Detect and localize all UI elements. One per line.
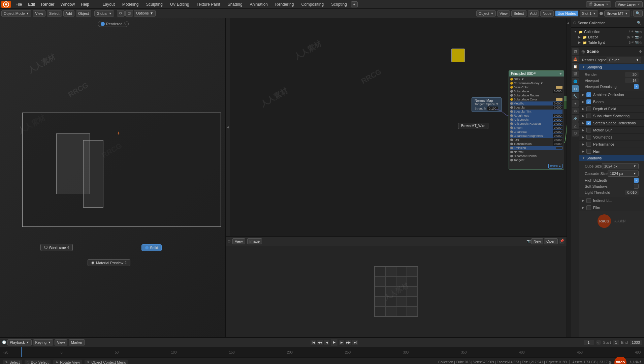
end-frame-display[interactable]: 1000 bbox=[630, 340, 642, 345]
wireframe-btn[interactable]: ⬡ Wireframe 4 bbox=[40, 244, 73, 251]
ambient-occlusion-section[interactable]: ▶ ✓ Ambient Occlusion bbox=[579, 91, 644, 98]
sss-toggle[interactable] bbox=[586, 114, 591, 118]
menu-help[interactable]: Help bbox=[78, 1, 92, 7]
props-physics-icon[interactable]: ⚙ bbox=[572, 108, 579, 114]
iv-new-btn[interactable]: New bbox=[531, 238, 543, 244]
rotate-view-status[interactable]: 🖱 Rotate View bbox=[53, 360, 82, 364]
props-particles-icon[interactable]: ✦ bbox=[572, 100, 579, 107]
add-btn[interactable]: Add bbox=[63, 10, 75, 17]
bloom-toggle[interactable]: ✓ bbox=[586, 99, 591, 104]
right-collapse-btn[interactable]: ◀ bbox=[567, 18, 571, 337]
dof-toggle[interactable] bbox=[586, 107, 591, 111]
props-object-icon[interactable]: ◻ bbox=[572, 85, 579, 92]
tab-uv-editing[interactable]: UV Editing bbox=[167, 1, 193, 7]
use-nodes-btn[interactable]: Use Nodes bbox=[555, 10, 578, 17]
bloom-section[interactable]: ▶ ✓ Bloom bbox=[579, 98, 644, 105]
next-keyframe-btn[interactable]: ▶ bbox=[339, 340, 344, 345]
props-data-icon[interactable]: △ bbox=[572, 122, 579, 129]
indirect-lighting-section[interactable]: ▶ Indirect Li... bbox=[579, 197, 644, 204]
scene-dropdown[interactable]: 🎬 Scene ▼ bbox=[586, 1, 611, 7]
snap-btn[interactable]: ⊡ bbox=[125, 10, 133, 17]
motion-blur-section[interactable]: ▶ Motion Blur bbox=[579, 126, 644, 133]
ao-toggle[interactable]: ✓ bbox=[586, 92, 591, 97]
object-context-status[interactable]: 🖱 Object Context Menu bbox=[85, 360, 128, 364]
il-toggle[interactable] bbox=[586, 198, 591, 203]
viewport-samples-value[interactable]: 16 bbox=[625, 78, 639, 83]
options-dropdown[interactable]: Options ▼ bbox=[134, 10, 156, 17]
volumetrics-section[interactable]: ▶ Volumetrics bbox=[579, 133, 644, 141]
frame-lock-btn[interactable]: ○ bbox=[596, 340, 601, 345]
tab-texture-paint[interactable]: Texture Paint bbox=[193, 1, 224, 7]
sampling-section-header[interactable]: ▼ Sampling bbox=[579, 64, 644, 70]
film-toggle[interactable] bbox=[586, 205, 591, 210]
props-scene-icon[interactable]: 🎬 bbox=[572, 70, 579, 77]
tab-sculpting[interactable]: Sculpting bbox=[143, 1, 166, 7]
timeline-cursor[interactable] bbox=[21, 347, 22, 357]
high-bitdepth-toggle[interactable]: ✓ bbox=[634, 178, 639, 183]
props-world-icon[interactable]: 🌐 bbox=[572, 78, 579, 85]
tree-item-table-light[interactable]: ▶ 📁 Table light 6 👁 📷 ◎ bbox=[571, 40, 644, 45]
transform-icon-btn[interactable]: ⟳ bbox=[117, 10, 125, 17]
props-output-icon[interactable]: 📤 bbox=[572, 56, 579, 62]
tab-rendering[interactable]: Rendering bbox=[272, 1, 297, 7]
ssr-section[interactable]: ▶ ✓ Screen Space Reflections bbox=[579, 119, 644, 126]
select-status[interactable]: 🖱 Select bbox=[3, 360, 22, 364]
render-engine-dropdown[interactable]: Eevee ▼ bbox=[607, 57, 641, 63]
hair-section[interactable]: ▶ Hair bbox=[579, 148, 644, 155]
node-add-btn[interactable]: Add bbox=[528, 10, 539, 17]
jump-end-btn[interactable]: ▶| bbox=[352, 340, 358, 345]
tab-scripting[interactable]: Scripting bbox=[328, 1, 350, 7]
soft-shadows-toggle[interactable] bbox=[634, 184, 639, 189]
props-view-layer-icon[interactable]: 📋 bbox=[572, 63, 579, 70]
subsurface-scattering-section[interactable]: ▶ Subsurface Scattering bbox=[579, 112, 644, 119]
rendered-badge[interactable]: Rendered 8 bbox=[98, 21, 129, 27]
material-dropdown[interactable]: Brown MT ▼ bbox=[604, 10, 630, 17]
current-frame-display[interactable]: 1 bbox=[584, 340, 594, 345]
select-btn[interactable]: Select bbox=[47, 10, 62, 17]
prev-keyframe-btn[interactable]: ◀ bbox=[324, 340, 329, 345]
props-modifier-icon[interactable]: 🔧 bbox=[572, 93, 579, 99]
image-preview-area[interactable]: 人人素材 bbox=[226, 246, 567, 337]
iv-view-btn[interactable]: View bbox=[232, 238, 245, 244]
props-render-icon[interactable]: 🖼 bbox=[572, 48, 579, 55]
start-frame-display[interactable]: 1 bbox=[613, 340, 619, 345]
iv-image-btn[interactable]: Image bbox=[247, 238, 262, 244]
next-frame-btn[interactable]: ▶▶ bbox=[346, 340, 351, 345]
view-layer-dropdown[interactable]: View Layer ▼ bbox=[615, 1, 643, 7]
prev-frame-btn[interactable]: ◀◀ bbox=[317, 340, 323, 345]
depth-of-field-section[interactable]: ▶ Depth of Field bbox=[579, 105, 644, 112]
props-settings-btn[interactable]: ⚙ bbox=[639, 50, 642, 53]
node-mode-dropdown[interactable]: Object ▼ bbox=[476, 10, 496, 17]
keying-dropdown[interactable]: Keying ▼ bbox=[33, 339, 54, 345]
view-btn[interactable]: View bbox=[33, 10, 45, 17]
menu-render[interactable]: Render bbox=[38, 1, 57, 7]
props-filter-btn[interactable]: 🔍 bbox=[633, 10, 643, 17]
menu-window[interactable]: Window bbox=[58, 1, 77, 7]
add-workspace-btn[interactable]: + bbox=[351, 1, 358, 7]
principled-bsdf-node[interactable]: Principled BSDF ⊕ GGX ▼ Christensen-Burl… bbox=[509, 70, 564, 170]
timeline-ruler[interactable]: -20 0 50 100 150 200 250 300 350 400 450… bbox=[0, 347, 644, 357]
node-view-btn[interactable]: View bbox=[497, 10, 510, 17]
light-threshold-value[interactable]: 0.010 bbox=[625, 190, 639, 195]
tab-modeling[interactable]: Modeling bbox=[119, 1, 142, 7]
solid-btn[interactable]: Solid bbox=[141, 244, 162, 251]
normal-map-node[interactable]: Normal Map Tangent Space ▼ Strength 0.10… bbox=[472, 97, 502, 112]
mode-dropdown[interactable]: Object Mode ▼ bbox=[1, 10, 31, 17]
tab-animation[interactable]: Animation bbox=[247, 1, 271, 7]
film-section[interactable]: ▶ Film bbox=[579, 204, 644, 211]
tab-layout[interactable]: Layout bbox=[99, 1, 118, 7]
tab-compositing[interactable]: Compositing bbox=[298, 1, 327, 7]
color-ramp-node[interactable] bbox=[451, 49, 465, 62]
iv-open-btn[interactable]: Open bbox=[544, 238, 558, 244]
slot-dropdown[interactable]: Slot 1 ▼ bbox=[580, 10, 598, 17]
cube-size-dropdown[interactable]: 1024 px ▼ bbox=[602, 163, 639, 169]
playback-dropdown[interactable]: Playback ▼ bbox=[7, 339, 32, 345]
tree-item-collection[interactable]: ▼ 📁 Collection 4 👁 📷 ◎ bbox=[571, 29, 644, 34]
ssr-toggle[interactable]: ✓ bbox=[586, 121, 591, 125]
performance-section[interactable]: ▶ Performance bbox=[579, 141, 644, 148]
timeline-view-btn[interactable]: View bbox=[55, 339, 67, 345]
vol-toggle[interactable] bbox=[586, 135, 591, 140]
cascade-size-dropdown[interactable]: 1024 px ▼ bbox=[608, 171, 639, 177]
filter-btn[interactable]: 🔍 bbox=[636, 21, 642, 25]
node-node-btn[interactable]: Node bbox=[540, 10, 554, 17]
